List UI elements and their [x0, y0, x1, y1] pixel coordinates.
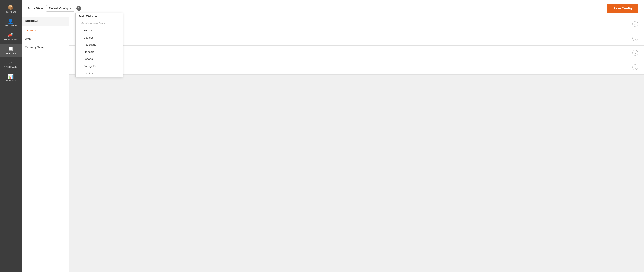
sidebar-label-content: CONTENT [6, 52, 16, 54]
dropdown-item-english[interactable]: English [76, 27, 122, 34]
help-icon[interactable]: ? [76, 6, 81, 11]
sidebar-label-mageplaza: MAGEPLAZA [4, 66, 18, 68]
dropdown-item-main-website-store[interactable]: Main Website Store [76, 20, 122, 27]
store-view-label: Store View: [28, 7, 44, 10]
store-view-dropdown[interactable]: Default Config ▲ [46, 5, 74, 12]
save-config-button[interactable]: Save Config [607, 4, 638, 13]
left-panel-item-web[interactable]: Web [22, 35, 69, 43]
chevron-down-icon-store: ⌄ [632, 65, 638, 70]
sidebar: 📦 CATALOG 👤 CUSTOMERS 📣 MARKETING ▣ CONT… [0, 0, 22, 272]
store-view-popup: Main Website Main Website Store English … [76, 13, 123, 77]
main-content: Store View: Default Config ▲ ? Main Webs… [22, 0, 644, 272]
section-row-locale-options[interactable]: Locale Options ⌄ [69, 31, 644, 46]
store-view-section: Store View: Default Config ▲ ? Main Webs… [28, 5, 81, 12]
section-row-state-options[interactable]: State Options ⌄ [69, 46, 644, 60]
dropdown-arrow-icon: ▲ [69, 7, 72, 10]
sidebar-item-marketing[interactable]: 📣 MARKETING [0, 30, 22, 44]
sidebar-item-catalog[interactable]: 📦 CATALOG [0, 2, 22, 16]
help-question-mark: ? [78, 7, 80, 10]
section-row-country-options[interactable]: Country Options ⌄ [69, 17, 644, 31]
dropdown-item-portugues[interactable]: Português [76, 63, 122, 70]
sidebar-label-marketing: MARKETING [4, 38, 18, 41]
sidebar-item-customers[interactable]: 👤 CUSTOMERS [0, 16, 22, 30]
sidebar-label-reports: REPORTS [6, 80, 16, 82]
content-icon: ▣ [8, 47, 13, 51]
reports-icon: 📊 [8, 74, 14, 79]
chevron-down-icon-locale: ⌄ [632, 36, 638, 41]
left-panel-item-general[interactable]: General [22, 26, 69, 35]
chevron-down-icon-state: ⌄ [632, 50, 638, 56]
mageplaza-icon: ⌂ [9, 60, 12, 65]
dropdown-item-nederland[interactable]: Nederland [76, 41, 122, 48]
dropdown-list: Main Website Main Website Store English … [76, 13, 122, 77]
right-panel: Country Options ⌄ Locale Options ⌄ State… [69, 17, 644, 272]
dropdown-item-main-website[interactable]: Main Website [76, 13, 122, 20]
marketing-icon: 📣 [8, 33, 14, 38]
chevron-down-icon-country: ⌄ [632, 21, 638, 27]
sidebar-item-reports[interactable]: 📊 REPORTS [0, 71, 22, 85]
header-bar: Store View: Default Config ▲ ? Main Webs… [22, 0, 644, 17]
section-row-store-information[interactable]: Store Information ⌄ [69, 60, 644, 75]
sidebar-item-content[interactable]: ▣ CONTENT [0, 44, 22, 57]
left-panel: GENERAL General Web Currency Setup [22, 17, 69, 272]
catalog-icon: 📦 [8, 5, 14, 10]
sidebar-item-mageplaza[interactable]: ⌂ MAGEPLAZA [0, 57, 22, 71]
left-panel-header: GENERAL [22, 17, 69, 26]
dropdown-item-deutsch[interactable]: Deutsch [76, 34, 122, 41]
dropdown-item-ukrainian[interactable]: Ukrainian [76, 70, 122, 77]
sidebar-label-catalog: CATALOG [6, 11, 16, 13]
left-panel-general-section: GENERAL General Web Currency Setup [22, 17, 69, 52]
left-panel-item-currency-setup[interactable]: Currency Setup [22, 43, 69, 52]
sidebar-label-customers: CUSTOMERS [4, 25, 18, 27]
customers-icon: 👤 [8, 19, 14, 24]
dropdown-item-espanol[interactable]: Español [76, 55, 122, 63]
store-view-value: Default Config [49, 7, 68, 10]
dropdown-item-francais[interactable]: Français [76, 48, 122, 55]
